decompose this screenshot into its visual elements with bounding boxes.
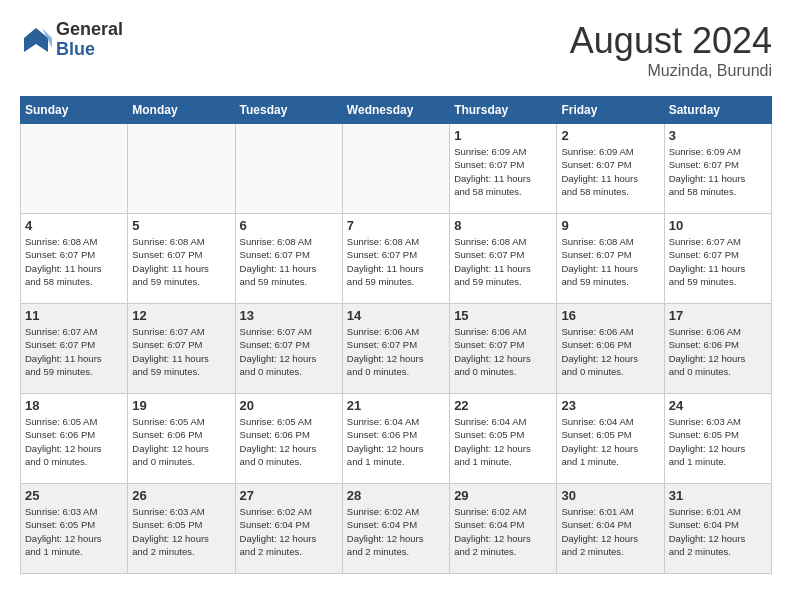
day-number: 7	[347, 218, 445, 233]
day-info: Sunrise: 6:07 AM Sunset: 6:07 PM Dayligh…	[132, 325, 230, 378]
calendar-cell: 15Sunrise: 6:06 AM Sunset: 6:07 PM Dayli…	[450, 304, 557, 394]
calendar-cell: 14Sunrise: 6:06 AM Sunset: 6:07 PM Dayli…	[342, 304, 449, 394]
calendar-cell: 23Sunrise: 6:04 AM Sunset: 6:05 PM Dayli…	[557, 394, 664, 484]
day-info: Sunrise: 6:02 AM Sunset: 6:04 PM Dayligh…	[454, 505, 552, 558]
calendar-cell: 27Sunrise: 6:02 AM Sunset: 6:04 PM Dayli…	[235, 484, 342, 574]
calendar-cell: 11Sunrise: 6:07 AM Sunset: 6:07 PM Dayli…	[21, 304, 128, 394]
calendar-cell	[342, 124, 449, 214]
calendar-table: SundayMondayTuesdayWednesdayThursdayFrid…	[20, 96, 772, 574]
calendar-week-row: 4Sunrise: 6:08 AM Sunset: 6:07 PM Daylig…	[21, 214, 772, 304]
day-info: Sunrise: 6:06 AM Sunset: 6:06 PM Dayligh…	[669, 325, 767, 378]
day-number: 11	[25, 308, 123, 323]
day-number: 27	[240, 488, 338, 503]
calendar-week-row: 11Sunrise: 6:07 AM Sunset: 6:07 PM Dayli…	[21, 304, 772, 394]
day-number: 4	[25, 218, 123, 233]
day-info: Sunrise: 6:08 AM Sunset: 6:07 PM Dayligh…	[561, 235, 659, 288]
calendar-week-row: 18Sunrise: 6:05 AM Sunset: 6:06 PM Dayli…	[21, 394, 772, 484]
day-number: 21	[347, 398, 445, 413]
logo-icon	[20, 24, 52, 56]
day-info: Sunrise: 6:08 AM Sunset: 6:07 PM Dayligh…	[454, 235, 552, 288]
calendar-cell: 6Sunrise: 6:08 AM Sunset: 6:07 PM Daylig…	[235, 214, 342, 304]
calendar-week-row: 25Sunrise: 6:03 AM Sunset: 6:05 PM Dayli…	[21, 484, 772, 574]
day-number: 10	[669, 218, 767, 233]
calendar-cell: 12Sunrise: 6:07 AM Sunset: 6:07 PM Dayli…	[128, 304, 235, 394]
day-number: 16	[561, 308, 659, 323]
day-info: Sunrise: 6:04 AM Sunset: 6:05 PM Dayligh…	[454, 415, 552, 468]
day-info: Sunrise: 6:06 AM Sunset: 6:06 PM Dayligh…	[561, 325, 659, 378]
day-number: 26	[132, 488, 230, 503]
calendar-cell: 9Sunrise: 6:08 AM Sunset: 6:07 PM Daylig…	[557, 214, 664, 304]
logo-general: General	[56, 20, 123, 40]
weekday-header: Friday	[557, 97, 664, 124]
calendar-cell: 3Sunrise: 6:09 AM Sunset: 6:07 PM Daylig…	[664, 124, 771, 214]
day-info: Sunrise: 6:02 AM Sunset: 6:04 PM Dayligh…	[240, 505, 338, 558]
day-number: 28	[347, 488, 445, 503]
day-number: 24	[669, 398, 767, 413]
day-number: 23	[561, 398, 659, 413]
calendar-cell: 19Sunrise: 6:05 AM Sunset: 6:06 PM Dayli…	[128, 394, 235, 484]
day-info: Sunrise: 6:03 AM Sunset: 6:05 PM Dayligh…	[132, 505, 230, 558]
day-info: Sunrise: 6:06 AM Sunset: 6:07 PM Dayligh…	[454, 325, 552, 378]
day-info: Sunrise: 6:08 AM Sunset: 6:07 PM Dayligh…	[240, 235, 338, 288]
day-info: Sunrise: 6:01 AM Sunset: 6:04 PM Dayligh…	[669, 505, 767, 558]
day-number: 6	[240, 218, 338, 233]
day-number: 31	[669, 488, 767, 503]
calendar-cell: 13Sunrise: 6:07 AM Sunset: 6:07 PM Dayli…	[235, 304, 342, 394]
day-info: Sunrise: 6:06 AM Sunset: 6:07 PM Dayligh…	[347, 325, 445, 378]
weekday-header: Wednesday	[342, 97, 449, 124]
day-number: 14	[347, 308, 445, 323]
day-info: Sunrise: 6:09 AM Sunset: 6:07 PM Dayligh…	[454, 145, 552, 198]
day-number: 3	[669, 128, 767, 143]
calendar-cell: 26Sunrise: 6:03 AM Sunset: 6:05 PM Dayli…	[128, 484, 235, 574]
calendar-cell: 29Sunrise: 6:02 AM Sunset: 6:04 PM Dayli…	[450, 484, 557, 574]
day-number: 19	[132, 398, 230, 413]
day-number: 9	[561, 218, 659, 233]
weekday-header: Thursday	[450, 97, 557, 124]
calendar-cell: 25Sunrise: 6:03 AM Sunset: 6:05 PM Dayli…	[21, 484, 128, 574]
weekday-header: Monday	[128, 97, 235, 124]
day-info: Sunrise: 6:02 AM Sunset: 6:04 PM Dayligh…	[347, 505, 445, 558]
day-info: Sunrise: 6:08 AM Sunset: 6:07 PM Dayligh…	[347, 235, 445, 288]
calendar-cell	[21, 124, 128, 214]
day-number: 2	[561, 128, 659, 143]
logo: General Blue	[20, 20, 123, 60]
location-title: Muzinda, Burundi	[570, 62, 772, 80]
logo-blue: Blue	[56, 40, 123, 60]
calendar-cell: 7Sunrise: 6:08 AM Sunset: 6:07 PM Daylig…	[342, 214, 449, 304]
day-info: Sunrise: 6:09 AM Sunset: 6:07 PM Dayligh…	[669, 145, 767, 198]
calendar-cell: 21Sunrise: 6:04 AM Sunset: 6:06 PM Dayli…	[342, 394, 449, 484]
weekday-header: Sunday	[21, 97, 128, 124]
weekday-header-row: SundayMondayTuesdayWednesdayThursdayFrid…	[21, 97, 772, 124]
calendar-cell	[128, 124, 235, 214]
day-number: 13	[240, 308, 338, 323]
month-year-title: August 2024	[570, 20, 772, 62]
day-info: Sunrise: 6:07 AM Sunset: 6:07 PM Dayligh…	[25, 325, 123, 378]
day-number: 22	[454, 398, 552, 413]
calendar-cell: 31Sunrise: 6:01 AM Sunset: 6:04 PM Dayli…	[664, 484, 771, 574]
calendar-cell: 16Sunrise: 6:06 AM Sunset: 6:06 PM Dayli…	[557, 304, 664, 394]
calendar-cell: 2Sunrise: 6:09 AM Sunset: 6:07 PM Daylig…	[557, 124, 664, 214]
calendar-cell: 28Sunrise: 6:02 AM Sunset: 6:04 PM Dayli…	[342, 484, 449, 574]
day-number: 12	[132, 308, 230, 323]
day-info: Sunrise: 6:05 AM Sunset: 6:06 PM Dayligh…	[25, 415, 123, 468]
day-info: Sunrise: 6:01 AM Sunset: 6:04 PM Dayligh…	[561, 505, 659, 558]
calendar-cell	[235, 124, 342, 214]
weekday-header: Tuesday	[235, 97, 342, 124]
day-info: Sunrise: 6:07 AM Sunset: 6:07 PM Dayligh…	[240, 325, 338, 378]
day-info: Sunrise: 6:08 AM Sunset: 6:07 PM Dayligh…	[132, 235, 230, 288]
calendar-cell: 8Sunrise: 6:08 AM Sunset: 6:07 PM Daylig…	[450, 214, 557, 304]
day-number: 5	[132, 218, 230, 233]
calendar-week-row: 1Sunrise: 6:09 AM Sunset: 6:07 PM Daylig…	[21, 124, 772, 214]
calendar-cell: 10Sunrise: 6:07 AM Sunset: 6:07 PM Dayli…	[664, 214, 771, 304]
day-number: 20	[240, 398, 338, 413]
day-number: 25	[25, 488, 123, 503]
calendar-cell: 1Sunrise: 6:09 AM Sunset: 6:07 PM Daylig…	[450, 124, 557, 214]
day-info: Sunrise: 6:08 AM Sunset: 6:07 PM Dayligh…	[25, 235, 123, 288]
title-section: August 2024 Muzinda, Burundi	[570, 20, 772, 80]
day-info: Sunrise: 6:04 AM Sunset: 6:05 PM Dayligh…	[561, 415, 659, 468]
page-header: General Blue August 2024 Muzinda, Burund…	[20, 20, 772, 80]
day-number: 15	[454, 308, 552, 323]
day-number: 1	[454, 128, 552, 143]
day-info: Sunrise: 6:09 AM Sunset: 6:07 PM Dayligh…	[561, 145, 659, 198]
day-info: Sunrise: 6:03 AM Sunset: 6:05 PM Dayligh…	[669, 415, 767, 468]
